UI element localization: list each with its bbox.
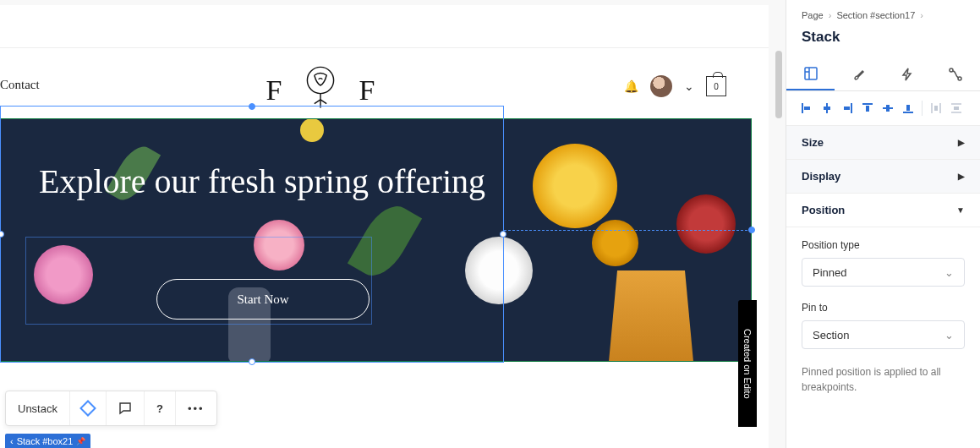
panel-tabs bbox=[786, 57, 980, 91]
svg-rect-7 bbox=[804, 107, 810, 110]
align-left[interactable] bbox=[798, 100, 815, 117]
svg-rect-15 bbox=[886, 105, 890, 112]
select-value: Pinned bbox=[813, 266, 846, 279]
chevron-right-icon: › bbox=[829, 10, 832, 20]
svg-rect-13 bbox=[866, 106, 869, 112]
logo-letter-right: F bbox=[359, 74, 375, 107]
breadcrumb-item[interactable]: Section #section17 bbox=[836, 10, 915, 20]
align-h-center[interactable] bbox=[818, 100, 835, 117]
distribute-h[interactable] bbox=[928, 100, 944, 117]
svg-rect-9 bbox=[824, 107, 830, 110]
svg-point-0 bbox=[308, 67, 334, 93]
align-v-center[interactable] bbox=[879, 100, 896, 117]
bell-icon[interactable]: 🔔 bbox=[624, 79, 638, 93]
snap-handle[interactable] bbox=[748, 227, 755, 233]
hero-section: Explore our fresh spring offering Start … bbox=[0, 118, 752, 362]
unstack-button[interactable]: Unstack bbox=[6, 391, 70, 425]
select-value: Section bbox=[813, 329, 849, 341]
tab-interactions[interactable] bbox=[884, 57, 932, 90]
pin-to-select[interactable]: Section ⌄ bbox=[802, 320, 965, 349]
decor-vase bbox=[609, 270, 693, 362]
chevron-down-icon: ⌄ bbox=[944, 266, 954, 279]
section-display[interactable]: Display ▶ bbox=[786, 160, 980, 194]
chevron-left-icon: ‹ bbox=[10, 436, 14, 446]
position-type-select[interactable]: Pinned ⌄ bbox=[802, 258, 965, 287]
section-label: Display bbox=[802, 170, 840, 183]
distribute-v[interactable] bbox=[948, 100, 965, 117]
breadcrumb-item[interactable]: Page bbox=[802, 10, 824, 20]
field-label: Position type bbox=[802, 239, 965, 251]
decor-flower bbox=[533, 144, 617, 228]
dots-icon: ••• bbox=[188, 402, 205, 415]
tag-label: Stack #box21 bbox=[17, 436, 74, 446]
breadcrumb: Page › Section #section17 › bbox=[786, 0, 980, 20]
path-icon bbox=[949, 68, 962, 81]
hero-headline: Explore our fresh spring offering bbox=[0, 161, 524, 203]
selected-element-tag[interactable]: ‹ Stack #box21 📌 bbox=[5, 434, 90, 448]
position-fields: Position type Pinned ⌄ Pin to Section ⌄ … bbox=[786, 227, 980, 407]
chevron-right-icon: ▶ bbox=[958, 138, 965, 147]
question-icon: ? bbox=[156, 402, 163, 415]
chevron-down-icon[interactable]: ⌄ bbox=[684, 79, 694, 93]
layout-icon bbox=[804, 67, 818, 80]
hint-text: Pinned position is applied to all breakp… bbox=[802, 364, 965, 395]
brush-icon bbox=[852, 68, 866, 81]
cart-icon[interactable]: 0 bbox=[706, 76, 726, 96]
chevron-right-icon: ▶ bbox=[958, 172, 965, 181]
section-label: Size bbox=[802, 136, 824, 149]
floating-toolbar: Unstack ? ••• bbox=[5, 391, 217, 426]
align-bottom[interactable] bbox=[900, 100, 917, 117]
align-right[interactable] bbox=[839, 100, 856, 117]
section-position[interactable]: Position ▼ bbox=[786, 194, 980, 227]
svg-rect-17 bbox=[906, 105, 910, 111]
decor-flower bbox=[465, 237, 533, 304]
chevron-down-icon: ▼ bbox=[956, 205, 965, 215]
inspector-panel: Page › Section #section17 › Stack Size ▶ bbox=[786, 0, 980, 448]
chevron-down-icon: ⌄ bbox=[944, 329, 954, 341]
pin-icon: 📌 bbox=[76, 437, 85, 445]
scrollbar[interactable] bbox=[775, 51, 782, 389]
section-label: Position bbox=[802, 204, 845, 216]
align-top[interactable] bbox=[859, 100, 876, 117]
animation-button[interactable] bbox=[70, 391, 107, 425]
comment-icon bbox=[118, 402, 132, 415]
help-button[interactable]: ? bbox=[145, 391, 176, 425]
header-actions: 🔔 ⌄ 0 bbox=[624, 75, 726, 97]
logo-letter-left: F bbox=[266, 74, 283, 107]
decor-flower bbox=[300, 118, 324, 142]
tab-design[interactable] bbox=[835, 57, 883, 90]
tab-layout[interactable] bbox=[786, 57, 835, 90]
field-label: Pin to bbox=[802, 302, 965, 314]
site-logo[interactable]: F F bbox=[266, 65, 376, 116]
scrollbar-thumb[interactable] bbox=[775, 51, 782, 118]
bolt-icon bbox=[901, 68, 914, 81]
comment-button[interactable] bbox=[107, 391, 145, 425]
svg-rect-20 bbox=[934, 106, 938, 111]
site-header: Contact F F 🔔 ⌄ 0 bbox=[0, 47, 769, 115]
decor-leaf bbox=[348, 198, 422, 285]
more-button[interactable]: ••• bbox=[176, 391, 216, 425]
unstack-label: Unstack bbox=[18, 402, 57, 415]
alignment-row bbox=[786, 91, 980, 126]
avatar[interactable] bbox=[650, 75, 672, 97]
svg-rect-1 bbox=[805, 68, 817, 79]
diamond-icon bbox=[79, 400, 96, 417]
svg-rect-23 bbox=[954, 107, 959, 110]
separator bbox=[922, 101, 923, 116]
decor-flower bbox=[592, 220, 638, 266]
created-on-badge[interactable]: Created on Edito bbox=[738, 300, 757, 427]
tab-more[interactable] bbox=[932, 57, 980, 90]
nav-link-contact[interactable]: Contact bbox=[0, 78, 40, 92]
decor-flower bbox=[254, 220, 304, 270]
decor-flower bbox=[676, 194, 736, 254]
svg-rect-11 bbox=[844, 107, 850, 110]
section-size[interactable]: Size ▶ bbox=[786, 126, 980, 160]
chevron-right-icon: › bbox=[920, 10, 923, 20]
hero-cta-button[interactable]: Start Now bbox=[156, 279, 370, 320]
decor-flower bbox=[34, 245, 93, 304]
canvas-area: Contact F F 🔔 ⌄ 0 bbox=[0, 0, 786, 448]
rose-icon bbox=[299, 65, 342, 116]
svg-point-4 bbox=[950, 68, 953, 72]
panel-title: Stack bbox=[786, 20, 980, 57]
